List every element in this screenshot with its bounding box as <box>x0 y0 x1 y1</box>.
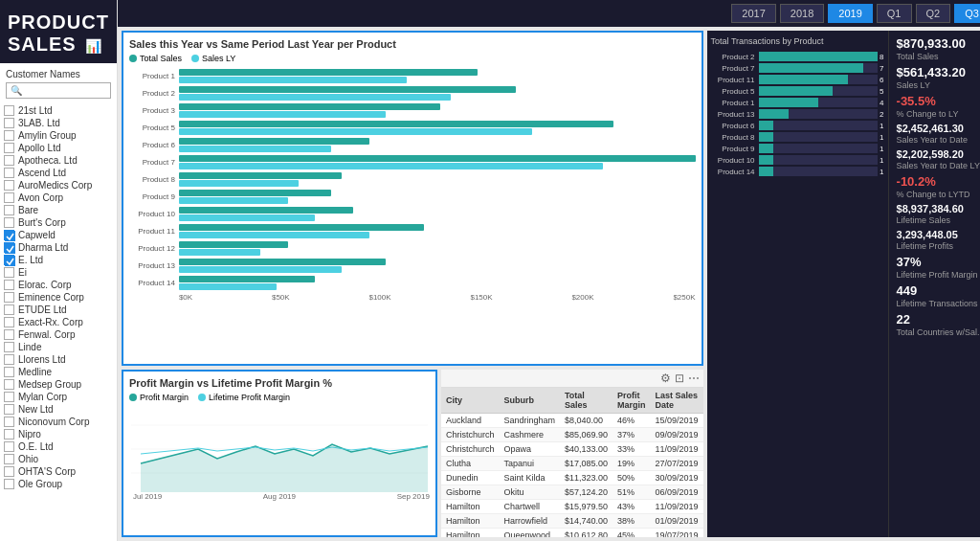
customer-checkbox <box>4 317 14 327</box>
legend-total-sales: Total Sales <box>129 54 182 63</box>
kpi-sales-ytd-value: $2,452,461.30 <box>897 123 980 134</box>
trans-label: Product 8 <box>711 133 759 142</box>
trans-val: 1 <box>880 133 883 142</box>
customer-item[interactable]: AuroMedics Corp <box>4 179 113 192</box>
bar-ly <box>179 232 369 238</box>
table-cell: 46% <box>612 414 651 428</box>
kpi-pct-change-lytd-value: -10.2% <box>897 174 980 189</box>
customer-item[interactable]: Capweld <box>4 229 113 241</box>
customer-name: Eminence Corp <box>18 292 84 303</box>
customer-item[interactable]: Avon Corp <box>4 192 113 204</box>
customer-checkbox <box>4 379 14 390</box>
table-row[interactable]: DunedinSaint Kilda$11,323.0050%30/09/201… <box>441 471 703 485</box>
customer-item[interactable]: Apollo Ltd <box>4 142 113 154</box>
table-cell: 27/07/2019 <box>651 457 703 471</box>
bar-container <box>179 259 696 273</box>
customer-name: Niconovum Corp <box>18 417 89 427</box>
trans-label: Product 10 <box>711 156 759 165</box>
table-row[interactable]: ChristchurchOpawa$40,133.0033%11/09/2019 <box>441 442 703 457</box>
trans-bar-fill <box>759 132 774 142</box>
customer-name: Linde <box>18 342 41 352</box>
customer-item[interactable]: Burt's Corp <box>4 216 113 229</box>
customer-names-label: Customer Names <box>6 69 111 79</box>
customer-item[interactable]: Eminence Corp <box>4 291 113 304</box>
customer-item[interactable]: Dharma Ltd <box>4 241 113 254</box>
table-cell: Harrowfield <box>499 514 560 529</box>
customer-item[interactable]: Amylin Group <box>4 129 113 142</box>
table-row[interactable]: ChristchurchCashmere$85,069.9037%09/09/2… <box>441 428 703 442</box>
customer-checkbox <box>4 217 14 228</box>
customer-item[interactable]: Niconovum Corp <box>4 416 113 428</box>
table-row[interactable]: CluthaTapanui$17,085.0019%27/07/2019 <box>441 457 703 471</box>
x-axis-label: $50K <box>272 293 290 302</box>
customer-name: Bare <box>18 205 38 215</box>
customer-item[interactable]: O.E. Ltd <box>4 440 113 453</box>
bar-label: Product 2 <box>129 89 179 98</box>
customer-item[interactable]: Elorac. Corp <box>4 279 113 291</box>
year-button-2017[interactable]: 2017 <box>731 4 775 23</box>
quarter-button-Q1[interactable]: Q1 <box>877 4 912 23</box>
table-cell: $85,069.90 <box>560 428 612 442</box>
bar-ly <box>179 283 277 290</box>
customer-item[interactable]: E. Ltd <box>4 254 113 266</box>
customer-item[interactable]: Bare <box>4 204 113 216</box>
customer-item[interactable]: Medsep Group <box>4 378 113 391</box>
customer-item[interactable]: Ascend Ltd <box>4 167 113 179</box>
trans-val: 7 <box>880 64 883 73</box>
trans-bar-fill <box>759 75 848 84</box>
table-row[interactable]: GisborneOkitu$57,124.2051%06/09/2019 <box>441 485 703 500</box>
table-row[interactable]: AucklandSandringham$8,040.0046%15/09/201… <box>441 414 703 428</box>
x-label-3: Sep 2019 <box>397 492 430 501</box>
kpi-section: $870,933.00 Total Sales $561,433.20 Sale… <box>889 31 980 537</box>
customer-item[interactable]: Exact-Rx. Corp <box>4 316 113 328</box>
search-box[interactable]: 🔍 <box>6 82 111 99</box>
quarter-button-Q2[interactable]: Q2 <box>916 4 951 23</box>
customer-item[interactable]: Ohio <box>4 453 113 465</box>
year-button-2019[interactable]: 2019 <box>828 4 872 23</box>
customer-item[interactable]: Llorens Ltd <box>4 353 113 366</box>
filter-icon[interactable]: ⚙ <box>660 372 671 385</box>
table-cell: $10,612.80 <box>560 529 612 538</box>
customer-item[interactable]: OHTA'S Corp <box>4 465 113 478</box>
customer-item[interactable]: New Ltd <box>4 403 113 416</box>
customer-checkbox <box>4 130 14 141</box>
customer-item[interactable]: Fenwal. Corp <box>4 328 113 341</box>
bar-container <box>179 155 696 169</box>
customer-checkbox <box>4 404 14 415</box>
customer-item[interactable]: 21st Ltd <box>4 104 113 117</box>
customer-item[interactable]: Mylan Corp <box>4 391 113 403</box>
bar-label: Product 8 <box>129 175 179 184</box>
customer-item[interactable]: 3LAB. Ltd <box>4 117 113 129</box>
year-button-2018[interactable]: 2018 <box>780 4 824 23</box>
bar-ly <box>179 77 408 83</box>
table-cell: 51% <box>612 485 651 500</box>
bar-row: Product 9 <box>129 188 696 205</box>
customer-checkbox <box>4 292 14 303</box>
table-row[interactable]: HamiltonQueenwood$10,612.8045%19/07/2019 <box>441 529 703 538</box>
customer-item[interactable]: Ole Group <box>4 478 113 490</box>
table-row[interactable]: HamiltonChartwell$15,979.5043%11/09/2019 <box>441 500 703 514</box>
customer-item[interactable]: ETUDE Ltd <box>4 304 113 316</box>
bar-label: Product 7 <box>129 158 179 167</box>
more-icon[interactable]: ⋯ <box>688 372 700 385</box>
trans-bar-fill <box>759 155 774 165</box>
customer-item[interactable]: Linde <box>4 341 113 353</box>
kpi-sales-ytd-ly-label: Sales Year to Date LY <box>897 161 980 170</box>
profit-line-svg <box>129 406 430 492</box>
table-row[interactable]: HamiltonHarrowfield$14,740.0038%01/09/20… <box>441 514 703 529</box>
top-chart-title: Sales this Year vs Same Period Last Year… <box>129 38 696 50</box>
customer-name: New Ltd <box>18 404 54 415</box>
quarter-button-Q3[interactable]: Q3 <box>954 4 980 23</box>
customer-item[interactable]: Medline <box>4 366 113 378</box>
trans-bar-wrap <box>759 63 879 73</box>
customer-item[interactable]: Ei <box>4 266 113 279</box>
expand-icon[interactable]: ⊡ <box>675 372 684 385</box>
customer-checkbox <box>4 205 14 215</box>
customer-item[interactable]: Nipro <box>4 428 113 440</box>
kpi-sales-ytd-label: Sales Year to Date <box>897 135 980 145</box>
customer-item[interactable]: Apotheca. Ltd <box>4 154 113 167</box>
legend-dot-sales <box>129 55 137 62</box>
bar-sales <box>179 69 478 76</box>
table-header: Suburb <box>499 388 560 414</box>
bar-label: Product 12 <box>129 244 179 253</box>
